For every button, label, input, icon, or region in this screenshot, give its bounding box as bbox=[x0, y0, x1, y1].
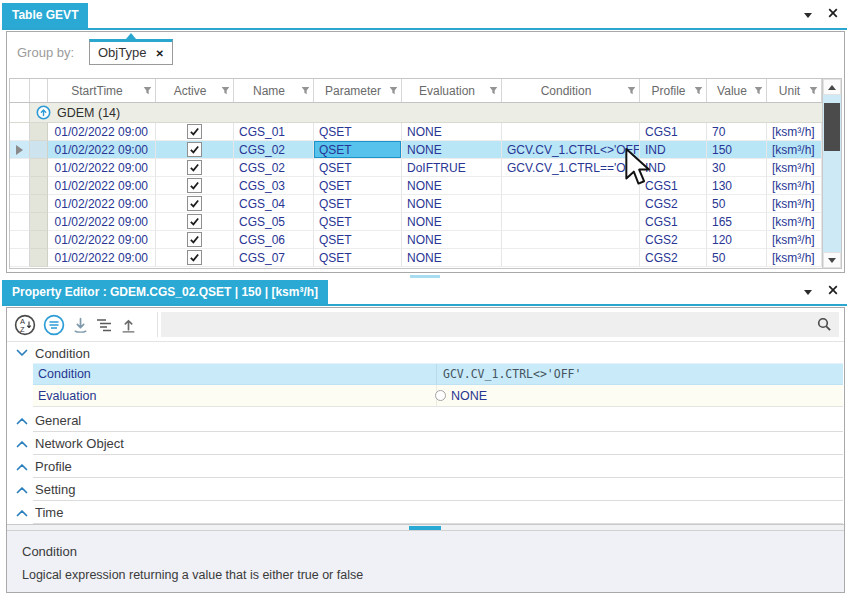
filter-icon[interactable] bbox=[489, 86, 498, 95]
cell-start_time[interactable]: 01/02/2022 09:00 bbox=[48, 231, 156, 249]
cell-evaluation[interactable]: DoIFTRUE bbox=[402, 159, 502, 177]
property-search-box[interactable] bbox=[161, 312, 839, 337]
active-checkbox[interactable] bbox=[187, 250, 202, 265]
property-panel-close-button[interactable] bbox=[825, 283, 841, 297]
cell-active[interactable] bbox=[156, 159, 234, 177]
cell-unit[interactable]: [ksm³/h] bbox=[767, 249, 822, 267]
tab-property-editor[interactable]: Property Editor : GDEM.CGS_02.QSET | 150… bbox=[2, 280, 328, 304]
cell-condition[interactable]: GCV.CV_1.CTRL<>'OFF' bbox=[502, 141, 640, 159]
active-checkbox[interactable] bbox=[187, 124, 202, 139]
cell-evaluation[interactable]: NONE bbox=[402, 195, 502, 213]
cell-condition[interactable]: GCV.CV_1.CTRL=='OFF' bbox=[502, 159, 640, 177]
table-vertical-scrollbar[interactable] bbox=[822, 79, 841, 268]
section-header-general[interactable]: General bbox=[7, 409, 843, 432]
cell-evaluation[interactable]: NONE bbox=[402, 213, 502, 231]
row-selector[interactable] bbox=[10, 195, 30, 213]
tab-table-gevt[interactable]: Table GEVT bbox=[2, 3, 88, 28]
section-header-setting[interactable]: Setting bbox=[7, 478, 843, 501]
table-row[interactable]: 01/02/2022 09:00CGS_06QSETNONECGS2120[ks… bbox=[10, 231, 822, 249]
column-header-value[interactable]: Value bbox=[707, 79, 767, 102]
cell-start_time[interactable]: 01/02/2022 09:00 bbox=[48, 249, 156, 267]
cell-value[interactable]: 30 bbox=[707, 159, 767, 177]
cell-name[interactable]: CGS_07 bbox=[234, 249, 314, 267]
row-selector[interactable] bbox=[10, 249, 30, 267]
cell-active[interactable] bbox=[156, 249, 234, 267]
cell-unit[interactable]: [ksm³/h] bbox=[767, 159, 822, 177]
column-header-unit[interactable]: Unit bbox=[767, 79, 822, 102]
cell-start_time[interactable]: 01/02/2022 09:00 bbox=[48, 141, 156, 159]
cell-name[interactable]: CGS_06 bbox=[234, 231, 314, 249]
cell-parameter[interactable]: QSET bbox=[314, 123, 402, 141]
column-header-name[interactable]: Name bbox=[234, 79, 314, 102]
cell-start_time[interactable]: 01/02/2022 09:00 bbox=[48, 177, 156, 195]
filter-icon[interactable] bbox=[754, 86, 763, 95]
cell-start_time[interactable]: 01/02/2022 09:00 bbox=[48, 159, 156, 177]
property-search-input[interactable] bbox=[161, 312, 839, 337]
cell-profile[interactable]: CGS2 bbox=[640, 249, 707, 267]
filter-icon[interactable] bbox=[627, 86, 636, 95]
radio-icon[interactable] bbox=[435, 390, 446, 401]
column-header-active[interactable]: Active bbox=[156, 79, 234, 102]
cell-evaluation[interactable]: NONE bbox=[402, 141, 502, 159]
cell-name[interactable]: CGS_04 bbox=[234, 195, 314, 213]
table-row[interactable]: 01/02/2022 09:00CGS_03QSETNONECGS1130[ks… bbox=[10, 177, 822, 195]
property-row-evaluation[interactable]: Evaluation NONE bbox=[33, 385, 843, 407]
cell-value[interactable]: 130 bbox=[707, 177, 767, 195]
cell-unit[interactable]: [ksm³/h] bbox=[767, 123, 822, 141]
table-row[interactable]: 01/02/2022 09:00CGS_02QSETDoIFTRUEGCV.CV… bbox=[10, 159, 822, 177]
column-header-profile[interactable]: Profile bbox=[640, 79, 707, 102]
table-row[interactable]: 01/02/2022 09:00CGS_05QSETNONECGS1165[ks… bbox=[10, 213, 822, 231]
chip-remove-icon[interactable]: ✕ bbox=[155, 43, 163, 64]
tree-view-icon[interactable] bbox=[96, 317, 113, 333]
cell-unit[interactable]: [ksm³/h] bbox=[767, 195, 822, 213]
cell-parameter[interactable]: QSET bbox=[314, 177, 402, 195]
cell-evaluation[interactable]: NONE bbox=[402, 177, 502, 195]
cell-profile[interactable]: CGS1 bbox=[640, 213, 707, 231]
cell-name[interactable]: CGS_02 bbox=[234, 141, 314, 159]
active-checkbox[interactable] bbox=[187, 160, 202, 175]
cell-value[interactable]: 50 bbox=[707, 195, 767, 213]
cell-condition[interactable] bbox=[502, 177, 640, 195]
cell-name[interactable]: CGS_03 bbox=[234, 177, 314, 195]
splitter-handle[interactable] bbox=[409, 526, 441, 530]
row-selector[interactable] bbox=[10, 141, 30, 159]
active-checkbox[interactable] bbox=[187, 196, 202, 211]
categorized-view-icon[interactable] bbox=[43, 314, 65, 336]
property-row-condition[interactable]: Condition GCV.CV_1.CTRL<>'OFF' bbox=[33, 363, 843, 385]
table-row[interactable]: 01/02/2022 09:00CGS_07QSETNONECGS250[ksm… bbox=[10, 249, 822, 267]
active-checkbox[interactable] bbox=[187, 232, 202, 247]
collapse-group-icon[interactable] bbox=[36, 105, 51, 120]
property-help-splitter[interactable] bbox=[7, 524, 844, 531]
active-checkbox[interactable] bbox=[187, 178, 202, 193]
cell-name[interactable]: CGS_01 bbox=[234, 123, 314, 141]
filter-icon[interactable] bbox=[389, 86, 398, 95]
condition-value[interactable]: GCV.CV_1.CTRL<>'OFF' bbox=[436, 364, 843, 384]
cell-active[interactable] bbox=[156, 123, 234, 141]
column-header-parameter[interactable]: Parameter bbox=[314, 79, 402, 102]
table-row[interactable]: 01/02/2022 09:00CGS_02QSETNONEGCV.CV_1.C… bbox=[10, 141, 822, 159]
scroll-up-button[interactable] bbox=[823, 79, 841, 95]
cell-evaluation[interactable]: NONE bbox=[402, 231, 502, 249]
cell-condition[interactable] bbox=[502, 123, 640, 141]
cell-evaluation[interactable]: NONE bbox=[402, 123, 502, 141]
cell-parameter[interactable]: QSET bbox=[314, 231, 402, 249]
cell-value[interactable]: 70 bbox=[707, 123, 767, 141]
scroll-down-button[interactable] bbox=[823, 252, 841, 268]
cell-active[interactable] bbox=[156, 231, 234, 249]
cell-profile[interactable]: CGS2 bbox=[640, 231, 707, 249]
column-header-condition[interactable]: Condition bbox=[502, 79, 640, 102]
filter-icon[interactable] bbox=[694, 86, 703, 95]
cell-profile[interactable]: CGS2 bbox=[640, 195, 707, 213]
active-checkbox[interactable] bbox=[187, 142, 202, 157]
table-row[interactable]: 01/02/2022 09:00CGS_04QSETNONECGS250[ksm… bbox=[10, 195, 822, 213]
cell-unit[interactable]: [ksm³/h] bbox=[767, 141, 822, 159]
cell-name[interactable]: CGS_05 bbox=[234, 213, 314, 231]
table-panel-menu-button[interactable] bbox=[800, 8, 816, 22]
cell-value[interactable]: 50 bbox=[707, 249, 767, 267]
arrow-up-icon[interactable] bbox=[120, 316, 137, 334]
cell-value[interactable]: 150 bbox=[707, 141, 767, 159]
table-panel-close-button[interactable] bbox=[825, 6, 841, 20]
filter-icon[interactable] bbox=[809, 86, 818, 95]
cell-condition[interactable] bbox=[502, 213, 640, 231]
section-header-condition[interactable]: Condition bbox=[7, 343, 843, 363]
